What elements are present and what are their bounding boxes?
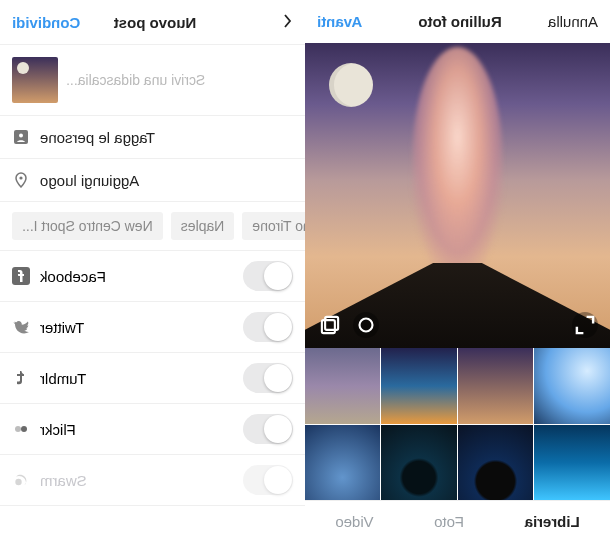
thumbnail[interactable] xyxy=(535,348,611,424)
tag-people-label: Tagga le persone xyxy=(40,129,155,146)
swarm-label: Swarm xyxy=(40,472,87,489)
album-title: Rullino foto xyxy=(418,13,501,30)
svg-point-4 xyxy=(19,176,22,179)
svg-point-6 xyxy=(21,426,27,432)
share-facebook-row: Facebook xyxy=(0,251,305,302)
preview-controls xyxy=(305,312,610,338)
tumblr-icon xyxy=(12,369,30,387)
post-header: Nuovo post Condividi xyxy=(0,0,305,44)
flickr-label: Flickr xyxy=(40,421,76,438)
page-title-label: Nuovo post xyxy=(114,14,197,31)
person-tag-icon xyxy=(12,128,30,146)
share-swarm-row: Swarm xyxy=(0,455,305,506)
twitter-icon xyxy=(12,318,30,336)
caption-placeholder: Scrivi una didascalia... xyxy=(66,72,205,88)
svg-point-3 xyxy=(19,134,23,138)
thumbnail[interactable] xyxy=(382,425,458,501)
swarm-icon xyxy=(12,471,30,489)
add-location-row[interactable]: Aggiungi luogo xyxy=(0,159,305,202)
thumbnail[interactable] xyxy=(305,425,381,501)
thumbnail[interactable] xyxy=(305,348,381,424)
post-thumbnail[interactable] xyxy=(12,57,58,103)
picker-header: Annulla Rullino foto Avanti xyxy=(305,0,610,43)
thumbnail[interactable] xyxy=(458,425,534,501)
caption-row[interactable]: Scrivi una didascalia... xyxy=(0,44,305,116)
bottom-tabs: Libreria Foto Video xyxy=(305,500,610,542)
tumblr-toggle[interactable] xyxy=(243,363,293,393)
share-button[interactable]: Condividi xyxy=(12,14,95,31)
tag-people-row[interactable]: Tagga le persone xyxy=(0,116,305,159)
location-pin-icon xyxy=(12,171,30,189)
album-selector[interactable]: Rullino foto xyxy=(400,13,516,30)
thumbnail-grid xyxy=(305,348,610,500)
share-flickr-row: Flickr xyxy=(0,404,305,455)
facebook-label: Facebook xyxy=(40,268,106,285)
twitter-toggle[interactable] xyxy=(243,312,293,342)
plume-graphic xyxy=(412,47,504,273)
multi-select-icon[interactable] xyxy=(317,312,343,338)
svg-point-7 xyxy=(15,426,21,432)
location-chip[interactable]: Naples xyxy=(171,212,235,240)
location-chip[interactable]: Agriturismo Tirone xyxy=(242,212,305,240)
location-suggestions: Agriturismo Tirone Naples New Centro Spo… xyxy=(0,202,305,251)
share-tumblr-row: Tumblr xyxy=(0,353,305,404)
photo-preview[interactable] xyxy=(305,43,610,348)
location-chip[interactable]: New Centro Sport I... xyxy=(12,212,163,240)
svg-point-8 xyxy=(15,479,21,485)
svg-rect-1 xyxy=(322,321,335,334)
swarm-toggle[interactable] xyxy=(243,465,293,495)
share-twitter-row: Twitter xyxy=(0,302,305,353)
flickr-icon xyxy=(12,420,30,438)
thumbnail[interactable] xyxy=(535,425,611,501)
cancel-button[interactable]: Annulla xyxy=(515,13,598,30)
svg-rect-0 xyxy=(325,317,338,330)
expand-crop-icon[interactable] xyxy=(572,312,598,338)
add-location-label: Aggiungi luogo xyxy=(40,172,139,189)
back-button[interactable] xyxy=(210,12,293,33)
page-title: Nuovo post xyxy=(95,14,211,31)
photo-picker-screen: Annulla Rullino foto Avanti Lib xyxy=(305,0,610,542)
next-button[interactable]: Avanti xyxy=(317,13,400,30)
tab-library[interactable]: Libreria xyxy=(525,513,580,530)
tumblr-label: Tumblr xyxy=(40,370,86,387)
facebook-toggle[interactable] xyxy=(243,261,293,291)
new-post-screen: Nuovo post Condividi Scrivi una didascal… xyxy=(0,0,305,542)
moon-graphic xyxy=(329,63,373,107)
facebook-icon xyxy=(12,267,30,285)
thumbnail[interactable] xyxy=(382,348,458,424)
thumbnail[interactable] xyxy=(458,348,534,424)
boomerang-icon[interactable] xyxy=(353,312,379,338)
flickr-toggle[interactable] xyxy=(243,414,293,444)
tab-photo[interactable]: Foto xyxy=(434,513,464,530)
twitter-label: Twitter xyxy=(40,319,84,336)
tab-video[interactable]: Video xyxy=(335,513,373,530)
